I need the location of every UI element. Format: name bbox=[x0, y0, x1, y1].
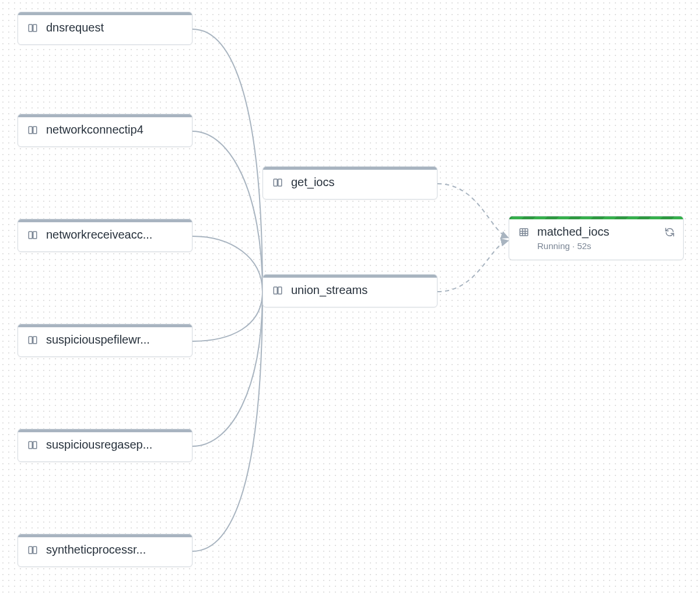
column-icon bbox=[27, 335, 38, 345]
node-topbar bbox=[18, 534, 192, 537]
node-topbar bbox=[18, 429, 192, 432]
node-label: networkconnectip4 bbox=[46, 123, 183, 136]
node-topbar bbox=[263, 275, 437, 278]
column-icon bbox=[27, 545, 38, 555]
node-topbar bbox=[18, 324, 192, 327]
svg-rect-15 bbox=[278, 287, 282, 294]
column-icon bbox=[27, 125, 38, 135]
dag-canvas[interactable]: dnsrequest networkconnectip4 networkrece… bbox=[0, 0, 700, 595]
svg-rect-8 bbox=[29, 442, 32, 449]
node-networkreceiveacc[interactable]: networkreceiveacc... bbox=[18, 219, 192, 252]
node-label: suspiciousregasep... bbox=[46, 438, 183, 452]
refresh-icon[interactable] bbox=[664, 227, 675, 237]
table-icon bbox=[519, 227, 529, 237]
node-label: suspiciouspefilewr... bbox=[46, 333, 183, 346]
svg-rect-11 bbox=[33, 547, 37, 554]
node-topbar-running bbox=[509, 216, 683, 219]
svg-rect-6 bbox=[29, 337, 32, 344]
svg-rect-0 bbox=[29, 24, 32, 32]
node-label: union_streams bbox=[291, 284, 428, 297]
node-dnsrequest[interactable]: dnsrequest bbox=[18, 12, 192, 45]
svg-rect-3 bbox=[33, 127, 37, 134]
column-icon bbox=[272, 285, 283, 296]
node-label: syntheticprocessr... bbox=[46, 543, 183, 556]
node-topbar bbox=[263, 167, 437, 170]
node-topbar bbox=[18, 219, 192, 222]
column-icon bbox=[27, 440, 38, 450]
svg-rect-13 bbox=[278, 179, 282, 186]
node-networkconnectip4[interactable]: networkconnectip4 bbox=[18, 114, 192, 147]
column-icon bbox=[27, 23, 38, 33]
node-suspiciousregasep[interactable]: suspiciousregasep... bbox=[18, 429, 192, 462]
svg-rect-16 bbox=[520, 229, 528, 236]
svg-rect-9 bbox=[33, 442, 37, 449]
node-label: matched_iocs bbox=[537, 225, 674, 239]
column-icon bbox=[27, 230, 38, 240]
svg-rect-12 bbox=[274, 179, 277, 186]
node-suspiciouspefilewr[interactable]: suspiciouspefilewr... bbox=[18, 324, 192, 357]
svg-rect-2 bbox=[29, 127, 32, 134]
node-get-iocs[interactable]: get_iocs bbox=[262, 166, 438, 200]
node-syntheticprocessr[interactable]: syntheticprocessr... bbox=[18, 534, 192, 567]
svg-rect-1 bbox=[33, 24, 37, 32]
column-icon bbox=[272, 177, 283, 188]
node-topbar bbox=[18, 114, 192, 117]
svg-rect-7 bbox=[33, 337, 37, 344]
node-label: get_iocs bbox=[291, 176, 428, 189]
svg-rect-4 bbox=[29, 232, 32, 239]
node-matched-iocs[interactable]: matched_iocs Running · 52s bbox=[509, 216, 684, 260]
node-label: dnsrequest bbox=[46, 21, 183, 34]
node-label: networkreceiveacc... bbox=[46, 228, 183, 242]
node-status: Running · 52s bbox=[537, 241, 674, 251]
svg-rect-10 bbox=[29, 547, 32, 554]
node-topbar bbox=[18, 12, 192, 15]
svg-rect-5 bbox=[33, 232, 37, 239]
svg-rect-14 bbox=[274, 287, 277, 294]
node-union-streams[interactable]: union_streams bbox=[262, 274, 438, 307]
